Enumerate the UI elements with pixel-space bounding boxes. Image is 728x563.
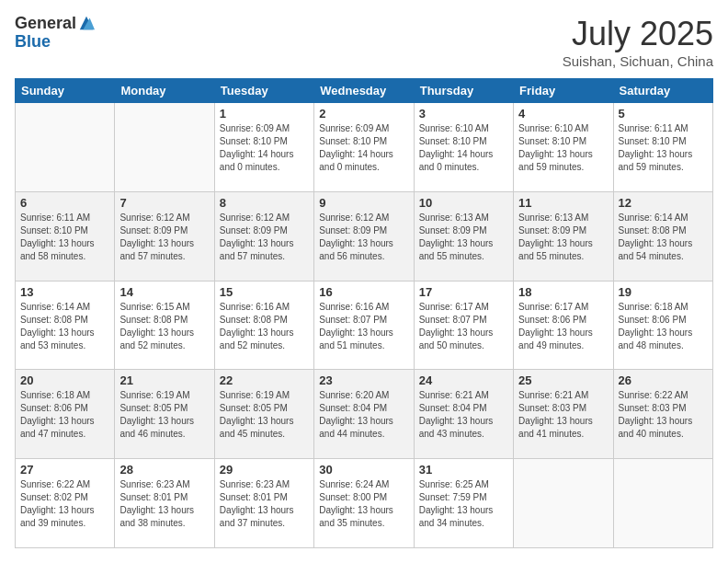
day-number: 29 [220,463,309,477]
calendar-cell: 9Sunrise: 6:12 AM Sunset: 8:09 PM Daylig… [314,191,414,281]
calendar-cell: 12Sunrise: 6:14 AM Sunset: 8:08 PM Dayli… [613,191,712,281]
day-number: 2 [319,107,408,121]
day-info: Sunrise: 6:16 AM Sunset: 8:07 PM Dayligh… [319,301,408,352]
day-number: 4 [518,107,608,121]
calendar-cell: 22Sunrise: 6:19 AM Sunset: 8:05 PM Dayli… [214,370,313,459]
calendar-cell: 23Sunrise: 6:20 AM Sunset: 8:04 PM Dayli… [314,370,414,459]
calendar-cell: 1Sunrise: 6:09 AM Sunset: 8:10 PM Daylig… [214,103,313,192]
day-info: Sunrise: 6:14 AM Sunset: 8:08 PM Dayligh… [20,301,109,352]
calendar-cell: 11Sunrise: 6:13 AM Sunset: 8:09 PM Dayli… [514,191,613,281]
day-info: Sunrise: 6:20 AM Sunset: 8:04 PM Dayligh… [319,389,408,441]
calendar-week-3: 13Sunrise: 6:14 AM Sunset: 8:08 PM Dayli… [16,281,713,370]
calendar-cell: 6Sunrise: 6:11 AM Sunset: 8:10 PM Daylig… [16,191,115,281]
day-info: Sunrise: 6:12 AM Sunset: 8:09 PM Dayligh… [319,212,408,263]
weekday-header-wednesday: Wednesday [314,79,414,103]
day-info: Sunrise: 6:15 AM Sunset: 8:08 PM Dayligh… [119,301,209,352]
day-number: 24 [419,373,508,387]
day-number: 9 [319,196,408,210]
calendar-cell: 25Sunrise: 6:21 AM Sunset: 8:03 PM Dayli… [514,370,613,459]
day-number: 3 [419,107,508,121]
weekday-header-tuesday: Tuesday [214,79,313,103]
calendar-cell: 10Sunrise: 6:13 AM Sunset: 8:09 PM Dayli… [414,191,513,281]
calendar-cell: 29Sunrise: 6:23 AM Sunset: 8:01 PM Dayli… [214,459,313,548]
calendar-cell: 4Sunrise: 6:10 AM Sunset: 8:10 PM Daylig… [514,103,613,192]
calendar-cell: 19Sunrise: 6:18 AM Sunset: 8:06 PM Dayli… [613,281,712,370]
calendar-cell: 20Sunrise: 6:18 AM Sunset: 8:06 PM Dayli… [16,370,115,459]
day-number: 30 [319,463,408,477]
calendar-cell: 27Sunrise: 6:22 AM Sunset: 8:02 PM Dayli… [16,459,115,548]
calendar-week-2: 6Sunrise: 6:11 AM Sunset: 8:10 PM Daylig… [16,191,713,281]
calendar-cell: 5Sunrise: 6:11 AM Sunset: 8:10 PM Daylig… [613,103,712,192]
day-number: 18 [518,285,608,299]
calendar-cell [613,459,712,548]
day-info: Sunrise: 6:19 AM Sunset: 8:05 PM Dayligh… [119,389,209,441]
page: General Blue July 2025 Suishan, Sichuan,… [0,0,728,563]
calendar-table: SundayMondayTuesdayWednesdayThursdayFrid… [15,78,713,548]
day-info: Sunrise: 6:22 AM Sunset: 8:03 PM Dayligh… [619,389,708,441]
calendar-cell: 16Sunrise: 6:16 AM Sunset: 8:07 PM Dayli… [314,281,414,370]
calendar-cell: 31Sunrise: 6:25 AM Sunset: 7:59 PM Dayli… [414,459,513,548]
logo-general-text: General [15,15,76,33]
day-info: Sunrise: 6:12 AM Sunset: 8:09 PM Dayligh… [119,212,209,263]
calendar-cell: 13Sunrise: 6:14 AM Sunset: 8:08 PM Dayli… [16,281,115,370]
calendar-cell: 26Sunrise: 6:22 AM Sunset: 8:03 PM Dayli… [613,370,712,459]
day-info: Sunrise: 6:09 AM Sunset: 8:10 PM Dayligh… [319,122,408,174]
calendar-cell [514,459,613,548]
weekday-header-sunday: Sunday [16,79,115,103]
day-number: 12 [619,196,708,210]
weekday-header-saturday: Saturday [613,79,712,103]
day-number: 22 [220,373,309,387]
day-number: 28 [119,463,209,477]
day-number: 25 [518,373,608,387]
day-info: Sunrise: 6:24 AM Sunset: 8:00 PM Dayligh… [319,478,408,530]
day-info: Sunrise: 6:19 AM Sunset: 8:05 PM Dayligh… [220,389,309,441]
calendar-cell [16,103,115,192]
day-info: Sunrise: 6:17 AM Sunset: 8:07 PM Dayligh… [419,301,508,352]
calendar-cell [115,103,214,192]
calendar-cell: 24Sunrise: 6:21 AM Sunset: 8:04 PM Dayli… [414,370,513,459]
day-info: Sunrise: 6:17 AM Sunset: 8:06 PM Dayligh… [518,301,608,352]
day-number: 17 [419,285,508,299]
day-number: 6 [20,196,109,210]
day-info: Sunrise: 6:12 AM Sunset: 8:09 PM Dayligh… [220,212,309,263]
day-info: Sunrise: 6:21 AM Sunset: 8:04 PM Dayligh… [419,389,508,441]
logo-blue-text: Blue [15,33,95,52]
calendar-week-5: 27Sunrise: 6:22 AM Sunset: 8:02 PM Dayli… [16,459,713,548]
title-block: July 2025 Suishan, Sichuan, China [563,15,713,69]
day-number: 31 [419,463,508,477]
calendar-cell: 7Sunrise: 6:12 AM Sunset: 8:09 PM Daylig… [115,191,214,281]
calendar-week-4: 20Sunrise: 6:18 AM Sunset: 8:06 PM Dayli… [16,370,713,459]
day-info: Sunrise: 6:25 AM Sunset: 7:59 PM Dayligh… [419,478,508,530]
day-number: 14 [119,285,209,299]
day-number: 23 [319,373,408,387]
logo: General Blue [15,15,95,52]
day-info: Sunrise: 6:21 AM Sunset: 8:03 PM Dayligh… [518,389,608,441]
logo-icon [78,15,95,31]
day-info: Sunrise: 6:11 AM Sunset: 8:10 PM Dayligh… [20,212,109,263]
day-info: Sunrise: 6:16 AM Sunset: 8:08 PM Dayligh… [220,301,309,352]
day-info: Sunrise: 6:23 AM Sunset: 8:01 PM Dayligh… [220,478,309,530]
calendar-cell: 14Sunrise: 6:15 AM Sunset: 8:08 PM Dayli… [115,281,214,370]
day-info: Sunrise: 6:22 AM Sunset: 8:02 PM Dayligh… [20,478,109,530]
day-number: 8 [220,196,309,210]
location: Suishan, Sichuan, China [563,53,713,69]
day-number: 10 [419,196,508,210]
day-number: 11 [518,196,608,210]
day-number: 16 [319,285,408,299]
day-number: 21 [119,373,209,387]
calendar-cell: 18Sunrise: 6:17 AM Sunset: 8:06 PM Dayli… [514,281,613,370]
day-number: 13 [20,285,109,299]
day-number: 19 [619,285,708,299]
day-number: 26 [619,373,708,387]
calendar-cell: 8Sunrise: 6:12 AM Sunset: 8:09 PM Daylig… [214,191,313,281]
day-number: 27 [20,463,109,477]
weekday-header-friday: Friday [514,79,613,103]
day-info: Sunrise: 6:10 AM Sunset: 8:10 PM Dayligh… [518,122,608,174]
calendar-cell: 21Sunrise: 6:19 AM Sunset: 8:05 PM Dayli… [115,370,214,459]
day-info: Sunrise: 6:13 AM Sunset: 8:09 PM Dayligh… [518,212,608,263]
weekday-header-thursday: Thursday [414,79,513,103]
day-number: 7 [119,196,209,210]
header: General Blue July 2025 Suishan, Sichuan,… [15,15,713,69]
calendar-week-1: 1Sunrise: 6:09 AM Sunset: 8:10 PM Daylig… [16,103,713,192]
day-number: 15 [220,285,309,299]
